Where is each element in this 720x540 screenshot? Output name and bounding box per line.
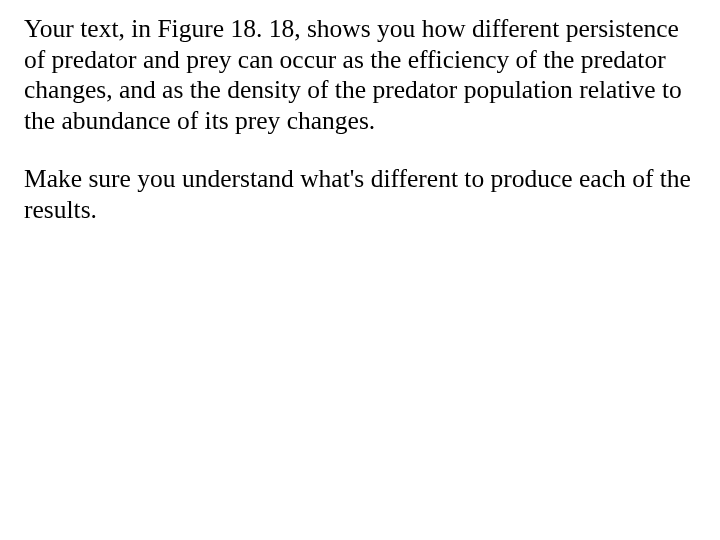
document-body: Your text, in Figure 18. 18, shows you h…: [0, 0, 720, 226]
paragraph-2: Make sure you understand what's differen…: [24, 164, 706, 225]
paragraph-1: Your text, in Figure 18. 18, shows you h…: [24, 14, 706, 136]
